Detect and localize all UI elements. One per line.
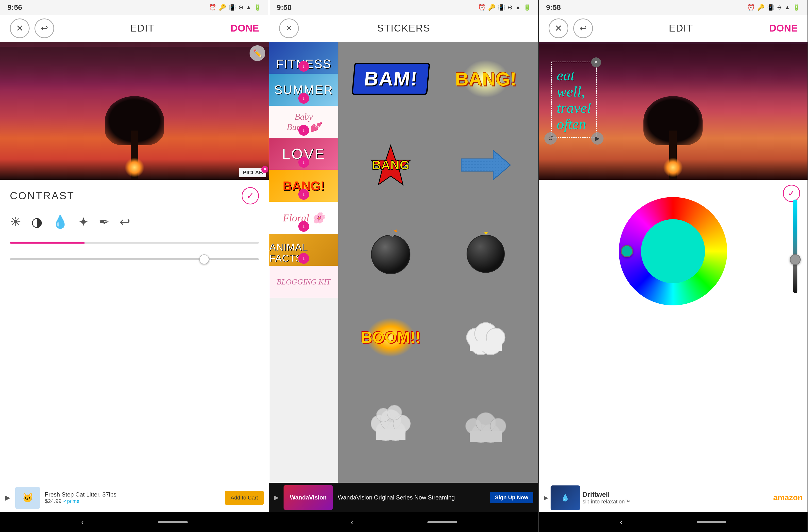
bomb2-body xyxy=(466,235,505,273)
sticker-text-content: eatwell,traveloften xyxy=(557,67,591,132)
brightness-icon[interactable]: ☀ xyxy=(10,215,21,229)
undo-button-1[interactable]: ↩ xyxy=(35,18,54,38)
done-button-3[interactable]: DONE xyxy=(769,23,798,34)
close-button-1[interactable]: ✕ xyxy=(10,18,30,38)
battery-icon-3: 🔋 xyxy=(793,4,800,11)
vibrate-icon: 📳 xyxy=(228,4,236,11)
tool-icons-row: ☀ ◑ 💧 ✦ ✒ ↩ xyxy=(10,212,259,232)
home-pill-1[interactable] xyxy=(158,521,188,524)
undo-button-3[interactable]: ↩ xyxy=(573,18,593,38)
brightness-slider-container xyxy=(790,200,800,293)
sticker-category-love[interactable]: LOVE ↓ xyxy=(269,138,338,170)
contrast-icon[interactable]: ◑ xyxy=(31,215,42,229)
color-wheel-center xyxy=(641,219,705,283)
ad-indicator-2: ▶ xyxy=(274,494,279,501)
summer-download-btn[interactable]: ↓ xyxy=(298,93,309,104)
color-wheel-container[interactable] xyxy=(619,197,727,306)
sticker-category-floral[interactable]: Floral 🌸 ↓ xyxy=(269,202,338,234)
panel-edit-color: 9:58 ⏰ 🔑 📳 ⊖ ▲ 🔋 ✕ ↩ EDIT DONE xyxy=(539,0,808,532)
ad-image-2: WandaVision xyxy=(283,485,333,510)
smoke1-container xyxy=(366,399,415,448)
close-button-3[interactable]: ✕ xyxy=(549,18,568,38)
disney-plus-btn[interactable]: Sign Up Now xyxy=(490,492,533,503)
sticker-arrow[interactable] xyxy=(441,135,531,195)
status-bar-3: 9:58 ⏰ 🔑 📳 ⊖ ▲ 🔋 xyxy=(539,0,808,15)
alarm-icon-2: ⏰ xyxy=(478,4,485,11)
back-icon-1[interactable]: ‹ xyxy=(81,517,84,527)
contrast-slider-track[interactable] xyxy=(10,242,259,243)
status-time-3: 9:58 xyxy=(546,3,561,12)
sticker-bam[interactable]: BAM! xyxy=(346,49,436,108)
sticker-category-blogging[interactable]: BLOGGING KIT xyxy=(269,266,338,298)
text-sticker-overlay[interactable]: ✕ eatwell,traveloften ↺ ▶ xyxy=(551,61,597,138)
love-download-btn[interactable]: ↓ xyxy=(298,157,309,168)
sticker-cloud[interactable] xyxy=(441,308,531,367)
nav-bar-1: ‹ xyxy=(0,512,269,532)
eyedropper-icon[interactable]: ✒ xyxy=(99,215,110,229)
battery-icon: 🔋 xyxy=(254,4,261,11)
animal-download-btn[interactable]: ↓ xyxy=(298,253,309,264)
ad-banner-3: ▶ 💧 Driftwell sip into relaxation™ amazo… xyxy=(539,483,808,512)
saturation-icon[interactable]: 💧 xyxy=(52,214,68,229)
fitness-download-btn[interactable]: ↓ xyxy=(298,61,309,72)
brightness-slider-thumb[interactable] xyxy=(790,254,801,265)
home-pill-2[interactable] xyxy=(427,521,457,524)
ad-text-2: WandaVision Original Series Now Streamin… xyxy=(338,494,485,501)
svg-rect-24 xyxy=(470,431,502,442)
sticker-category-summer[interactable]: SUMMER ↓ xyxy=(269,74,338,106)
sticker-boom[interactable]: BOOM!! xyxy=(346,308,436,367)
add-to-cart-button[interactable]: Add to Cart xyxy=(225,491,264,505)
adjust-slider-thumb[interactable] xyxy=(199,254,209,264)
sharpness-icon[interactable]: ✦ xyxy=(78,215,89,229)
close-button-2[interactable]: ✕ xyxy=(279,18,299,38)
ad-subtitle-3: sip into relaxation™ xyxy=(583,498,771,505)
edit-pencil-button[interactable]: ✏️ xyxy=(250,45,265,61)
key-icon-2: 🔑 xyxy=(488,4,495,11)
brightness-slider-track[interactable] xyxy=(793,200,797,293)
contrast-slider-container xyxy=(10,239,259,249)
sticker-category-babybump[interactable]: BabyBump 💕 ↓ xyxy=(269,106,338,138)
battery-icon-2: 🔋 xyxy=(524,4,531,11)
piclab-watermark: PICLAB ✕ xyxy=(239,168,266,177)
contrast-confirm-btn[interactable]: ✓ xyxy=(242,187,259,204)
ad-banner-1: ▶ 🐱 Fresh Step Cat Litter, 37lbs $24.99 … xyxy=(0,483,269,512)
bang-red-star-svg: BANG xyxy=(364,143,418,187)
image-area-3: ✕ eatwell,traveloften ↺ ▶ xyxy=(539,42,808,180)
svg-text:BANG: BANG xyxy=(372,158,410,172)
back-icon-2[interactable]: ‹ xyxy=(351,517,353,527)
status-time-2: 9:58 xyxy=(277,3,291,12)
contrast-section: CONTRAST ✓ ☀ ◑ 💧 ✦ ✒ ↩ xyxy=(0,180,269,483)
sticker-forward-btn[interactable]: ▶ xyxy=(591,132,604,145)
sticker-bang-burst[interactable]: BANG! xyxy=(441,49,531,108)
color-wheel[interactable] xyxy=(619,197,727,306)
sticker-category-bang[interactable]: BANG! ↓ xyxy=(269,170,338,202)
color-picker-area: ✓ xyxy=(539,180,808,483)
color-wheel-handle[interactable] xyxy=(621,245,633,257)
top-bar-2: ✕ STICKERS xyxy=(269,15,538,42)
floral-download-btn[interactable]: ↓ xyxy=(298,221,309,232)
ad-play-icon: ▶ xyxy=(5,494,10,502)
adjust-slider-track[interactable] xyxy=(10,258,259,260)
top-bar-left-1: ✕ ↩ xyxy=(10,18,54,38)
done-button-1[interactable]: DONE xyxy=(231,23,259,34)
arrow-container xyxy=(459,145,513,185)
sticker-category-animal[interactable]: ANIMAL FACTS ↓ xyxy=(269,234,338,266)
image-area-1: ✏️ PICLAB ✕ xyxy=(0,42,269,180)
back-icon-3[interactable]: ‹ xyxy=(620,517,623,527)
sticker-smoke-1[interactable] xyxy=(346,394,436,453)
home-pill-3[interactable] xyxy=(697,521,726,524)
sticker-smoke-2[interactable] xyxy=(441,394,531,453)
wifi-icon-3: ▲ xyxy=(784,4,790,11)
reset-icon[interactable]: ↩ xyxy=(120,215,130,229)
sticker-category-fitness[interactable]: FITNESS ↓ xyxy=(269,42,338,74)
sticker-bomb-2[interactable]: ★ xyxy=(441,222,531,281)
sticker-rotate-btn[interactable]: ↺ xyxy=(545,132,557,145)
vibrate-icon-2: 📳 xyxy=(498,4,505,11)
ad-text-3: Driftwell sip into relaxation™ xyxy=(583,491,771,505)
bang-download-btn[interactable]: ↓ xyxy=(298,189,309,200)
ad-thumbnail-1: 🐱 xyxy=(15,487,40,509)
sticker-bomb-1[interactable]: ✦ xyxy=(346,222,436,281)
sticker-close-btn[interactable]: ✕ xyxy=(591,57,601,67)
babybump-download-btn[interactable]: ↓ xyxy=(298,125,309,136)
sticker-bang-red[interactable]: BANG xyxy=(346,135,436,195)
